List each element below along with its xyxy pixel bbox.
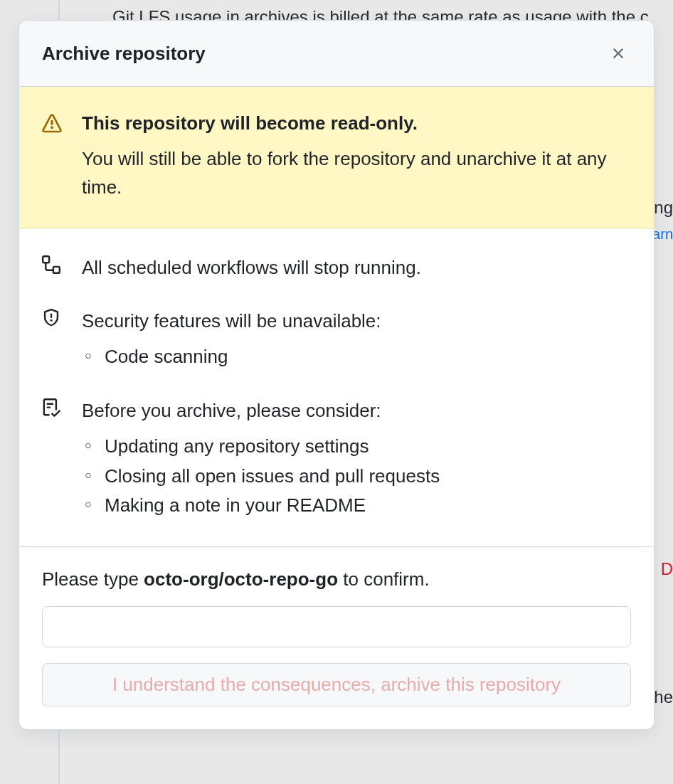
warning-title: This repository will become read-only. bbox=[82, 112, 631, 134]
info-section: All scheduled workflows will stop runnin… bbox=[19, 228, 654, 547]
archive-confirm-button[interactable]: I understand the consequences, archive t… bbox=[42, 663, 631, 706]
consider-info: Before you archive, please consider: Upd… bbox=[42, 397, 631, 521]
alert-icon bbox=[42, 114, 62, 134]
modal-title: Archive repository bbox=[42, 43, 206, 65]
list-item: Code scanning bbox=[82, 342, 631, 372]
list-item: Updating any repository settings bbox=[82, 432, 631, 462]
close-button[interactable] bbox=[605, 41, 631, 66]
consider-list: Updating any repository settings Closing… bbox=[82, 432, 631, 521]
archive-repository-modal: Archive repository This rep bbox=[18, 20, 655, 730]
modal-header: Archive repository bbox=[19, 21, 654, 87]
security-heading: Security features will be unavailable: bbox=[82, 307, 631, 335]
confirm-prompt: Please type octo-org/octo-repo-go to con… bbox=[42, 568, 631, 590]
confirm-prefix: Please type bbox=[42, 568, 144, 590]
security-list: Code scanning bbox=[82, 342, 631, 372]
close-icon bbox=[610, 45, 627, 62]
list-item: Making a note in your README bbox=[82, 491, 631, 521]
shield-icon bbox=[42, 309, 62, 327]
confirm-repo-name: octo-org/octo-repo-go bbox=[144, 568, 338, 590]
warning-banner: This repository will become read-only. Y… bbox=[19, 87, 654, 228]
warning-description: You will still be able to fork the repos… bbox=[82, 144, 631, 202]
workflows-info: All scheduled workflows will stop runnin… bbox=[42, 254, 631, 282]
checklist-icon bbox=[42, 398, 62, 417]
consider-heading: Before you archive, please consider: bbox=[82, 397, 631, 425]
security-info: Security features will be unavailable: C… bbox=[42, 307, 631, 372]
workflows-text: All scheduled workflows will stop runnin… bbox=[82, 254, 631, 282]
confirm-section: Please type octo-org/octo-repo-go to con… bbox=[19, 547, 654, 729]
list-item: Closing all open issues and pull request… bbox=[82, 462, 631, 492]
workflow-icon bbox=[42, 255, 62, 274]
confirm-suffix: to confirm. bbox=[338, 568, 430, 590]
confirm-input[interactable] bbox=[42, 606, 631, 647]
